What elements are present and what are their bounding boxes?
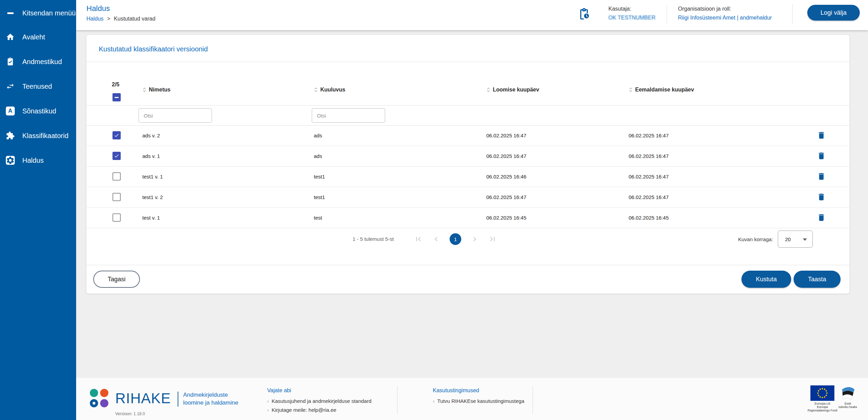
row-checkbox[interactable] (112, 193, 121, 201)
header: Haldus Haldus > Kustutatud varad Kasutaj… (76, 0, 868, 30)
footer-dotted-divider (533, 386, 533, 414)
row-checkbox[interactable] (112, 152, 121, 160)
footer-link[interactable]: ›Kasutusjuhend ja andmekirjelduse standa… (267, 397, 371, 406)
restore-button[interactable]: Taasta (794, 271, 841, 288)
rihake-logo-dots (90, 389, 109, 408)
letter-a-icon: A (6, 107, 15, 115)
footer-link[interactable]: ›Kirjutage meile: help@ria.ee (267, 406, 371, 415)
current-page-button[interactable]: 1 (450, 233, 461, 245)
pagination-bar: 1 - 5 tulemust 5-st 1 Kuvan korraga: 20 (86, 231, 849, 248)
row-checkbox[interactable] (112, 213, 121, 222)
table-row: test1 v. 1 test1 06.02.2025 16:46 06.02.… (86, 166, 849, 187)
divider (86, 265, 849, 265)
sort-icon (486, 87, 491, 92)
collapse-menu-button[interactable]: Kitsendan menüü (0, 5, 76, 21)
footer-help-section: Vajate abi ›Kasutusjuhend ja andmekirjel… (267, 387, 371, 415)
sidebar-nav: Avaleht Andmestikud Teenused A Sõnastiku… (0, 25, 76, 173)
sidebar-item-sonastikud[interactable]: A Sõnastikud (0, 99, 76, 123)
delete-icon[interactable] (817, 192, 826, 202)
sidebar-item-avaleht[interactable]: Avaleht (0, 25, 76, 49)
breadcrumb-link[interactable]: Haldus (86, 16, 104, 22)
table-row: ads v. 1 ads 06.02.2025 16:47 06.02.2025… (86, 146, 849, 166)
results-summary: 1 - 5 tulemust 5-st (353, 236, 394, 242)
pager: 1 (414, 231, 497, 248)
header-divider (667, 5, 667, 23)
prev-page-button[interactable] (432, 235, 441, 244)
footer-link[interactable]: ›Tutvu RIHAKEse kasutustingimustega (433, 397, 524, 406)
org-info: Organisatsioon ja roll: Riigi Infosüstee… (678, 4, 772, 22)
help-title: Vajate abi (267, 387, 371, 394)
delete-icon[interactable] (817, 131, 826, 141)
sidebar-item-andmestikud[interactable]: Andmestikud (0, 49, 76, 74)
user-value: OK TESTNUMBER (608, 13, 656, 22)
page-size-label: Kuvan korraga: (738, 236, 773, 242)
gear-icon (6, 156, 15, 165)
breadcrumb-current: Kustutatud varad (114, 16, 155, 22)
delete-icon[interactable] (817, 172, 826, 182)
table-body: ads v. 2 ads 06.02.2025 16:47 06.02.2025… (86, 125, 849, 228)
filter-kuuluvus-input[interactable] (312, 108, 385, 123)
logout-button[interactable]: Logi välja (807, 5, 860, 21)
column-header-kuuluvus[interactable]: Kuuluvus (313, 87, 345, 93)
page-size-value: 20 (785, 236, 791, 242)
org-value: Riigi Infosüsteemi Amet | andmehaldur (678, 13, 772, 22)
table-filter-row (86, 105, 849, 125)
logo-dot-orange (100, 389, 108, 397)
puzzle-icon (6, 131, 15, 140)
deleted-versions-card: Kustutatud klassifikaatori versioonid 2/… (86, 35, 849, 294)
indeterminate-icon (115, 97, 119, 98)
column-header-eemaldamise-kuupaev[interactable]: Eemaldamise kuupäev (628, 87, 694, 93)
minus-icon (6, 9, 15, 17)
logo-dot-ring (90, 399, 98, 407)
chevron-left-icon (432, 235, 441, 244)
delete-button[interactable]: Kustuta (741, 271, 791, 288)
brand-tagline: Andmekirjelduste loomine ja haldamine (183, 391, 238, 407)
card-title: Kustutatud klassifikaatori versioonid (99, 45, 208, 53)
row-checkbox[interactable] (112, 172, 121, 181)
chevron-bullet: › (267, 398, 269, 404)
sort-icon (628, 87, 633, 92)
brand-name: RIHAKE (115, 390, 171, 407)
table-row: test1 v. 2 test1 06.02.2025 16:47 06.02.… (86, 187, 849, 208)
first-page-icon (414, 235, 423, 244)
last-page-button[interactable] (488, 235, 497, 244)
logo-dot-teal (90, 389, 98, 397)
sort-icon (142, 87, 147, 92)
delete-icon[interactable] (817, 213, 826, 223)
page-size-select[interactable]: 20 (778, 231, 813, 248)
delete-icon[interactable] (817, 151, 826, 161)
footer: RIHAKE Andmekirjelduste loomine ja halda… (76, 378, 868, 420)
row-checkbox[interactable] (112, 131, 121, 139)
filter-nimetus-input[interactable] (139, 108, 212, 123)
sidebar-item-klassifikaatorid[interactable]: Klassifikaatorid (0, 123, 76, 148)
ee-logo-caption: Eesti tuleviku heaks (832, 402, 864, 409)
chevron-right-icon (470, 235, 479, 244)
home-icon (6, 33, 15, 41)
table-row: ads v. 2 ads 06.02.2025 16:47 06.02.2025… (86, 125, 849, 146)
org-label: Organisatsioon ja roll: (678, 4, 772, 13)
user-info: Kasutaja: OK TESTNUMBER (608, 4, 656, 22)
column-header-nimetus[interactable]: Nimetus (142, 87, 170, 93)
chevron-bullet: › (267, 407, 269, 413)
clipboard-check-icon (6, 57, 15, 66)
footer-terms-section: Kasutustingimused ›Tutvu RIHAKEse kasutu… (433, 387, 524, 406)
collapse-menu-label: Kitsendan menüü (22, 9, 76, 17)
logo-dot-purple (100, 399, 108, 407)
first-page-button[interactable] (414, 235, 423, 244)
back-button[interactable]: Tagasi (93, 271, 140, 288)
app: Kitsendan menüü Avaleht Andmestikud Teen… (0, 0, 868, 420)
breadcrumb-separator: > (107, 16, 110, 22)
clipboard-clock-icon[interactable] (578, 8, 591, 21)
sidebar-item-haldus[interactable]: Haldus (0, 148, 76, 173)
sidebar-item-teenused[interactable]: Teenused (0, 74, 76, 99)
column-header-loomise-kuupaev[interactable]: Loomise kuupäev (486, 87, 539, 93)
select-all-checkbox[interactable] (112, 93, 121, 101)
terms-title: Kasutustingimused (433, 387, 524, 394)
version-label: Versioon: 1.18.0 (115, 411, 145, 416)
check-icon (114, 133, 119, 138)
sort-icon (313, 87, 319, 92)
chevron-bullet: › (433, 398, 435, 404)
next-page-button[interactable] (470, 235, 479, 244)
page-title: Haldus (86, 4, 110, 13)
brand-divider (178, 392, 178, 407)
